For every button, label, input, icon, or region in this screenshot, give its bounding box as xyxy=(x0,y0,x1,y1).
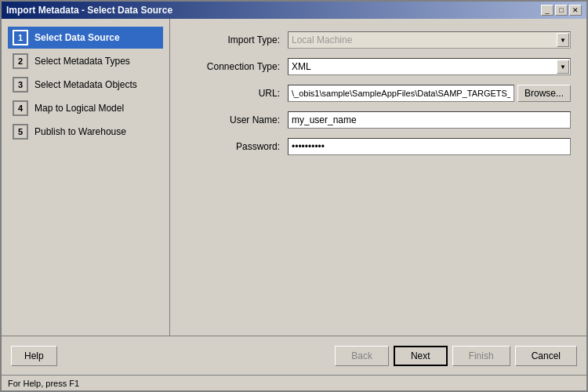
sidebar-item-select-metadata-types[interactable]: 2 Select Metadata Types xyxy=(8,50,163,72)
browse-button[interactable]: Browse... xyxy=(517,85,571,102)
password-control xyxy=(288,138,571,155)
main-panel: Import Type: Local Machine ▼ Connection … xyxy=(170,19,586,336)
sidebar-item-publish-to-warehouse[interactable]: 5 Publish to Warehouse xyxy=(8,121,163,143)
connection-type-select-wrapper: XML ▼ xyxy=(288,58,571,75)
username-control xyxy=(288,111,571,129)
finish-button[interactable]: Finish xyxy=(452,346,510,366)
step-number-1: 1 xyxy=(13,30,28,45)
username-label: User Name: xyxy=(186,114,288,125)
password-label: Password: xyxy=(186,141,288,152)
import-type-select-wrapper: Local Machine ▼ xyxy=(288,31,571,49)
status-bar: For Help, press F1 xyxy=(2,375,586,390)
step-label-5: Publish to Warehouse xyxy=(34,126,126,137)
connection-type-select[interactable]: XML xyxy=(288,58,571,75)
step-label-3: Select Metadata Objects xyxy=(34,79,137,90)
close-button[interactable]: ✕ xyxy=(569,5,582,16)
password-input[interactable] xyxy=(288,138,571,155)
step-label-1: Select Data Source xyxy=(34,32,120,43)
minimize-button[interactable]: _ xyxy=(541,5,554,16)
url-control: Browse... xyxy=(288,85,571,102)
url-label: URL: xyxy=(186,88,288,99)
nav-buttons: Back Next Finish Cancel xyxy=(335,346,577,366)
username-input[interactable] xyxy=(288,111,571,129)
restore-button[interactable]: □ xyxy=(555,5,568,16)
step-number-3: 3 xyxy=(13,77,28,93)
next-button[interactable]: Next xyxy=(394,346,448,366)
step-number-2: 2 xyxy=(13,53,28,69)
content-area: 1 Select Data Source 2 Select Metadata T… xyxy=(2,19,586,336)
sidebar-item-map-to-logical-model[interactable]: 4 Map to Logical Model xyxy=(8,97,163,119)
title-bar: Import Metadata - Select Data Source _ □… xyxy=(2,2,586,19)
import-type-label: Import Type: xyxy=(186,34,288,45)
cancel-button[interactable]: Cancel xyxy=(515,346,577,366)
step-label-2: Select Metadata Types xyxy=(34,56,130,67)
import-type-select[interactable]: Local Machine xyxy=(288,31,571,49)
url-row: URL: Browse... xyxy=(186,85,571,102)
title-bar-buttons: _ □ ✕ xyxy=(541,5,582,16)
help-button[interactable]: Help xyxy=(11,346,57,366)
connection-type-label: Connection Type: xyxy=(186,61,288,72)
connection-type-row: Connection Type: XML ▼ xyxy=(186,58,571,75)
username-row: User Name: xyxy=(186,111,571,129)
sidebar-item-select-data-source[interactable]: 1 Select Data Source xyxy=(8,27,163,49)
sidebar-item-select-metadata-objects[interactable]: 3 Select Metadata Objects xyxy=(8,74,163,96)
step-number-4: 4 xyxy=(13,100,28,116)
sidebar: 1 Select Data Source 2 Select Metadata T… xyxy=(2,19,170,336)
import-type-control: Local Machine ▼ xyxy=(288,31,571,49)
url-input[interactable] xyxy=(288,85,514,102)
window-title: Import Metadata - Select Data Source xyxy=(6,5,172,16)
main-window: Import Metadata - Select Data Source _ □… xyxy=(0,0,588,392)
step-label-4: Map to Logical Model xyxy=(34,103,124,114)
connection-type-control: XML ▼ xyxy=(288,58,571,75)
back-button[interactable]: Back xyxy=(335,346,389,366)
step-number-5: 5 xyxy=(13,124,28,140)
bottom-bar: Help Back Next Finish Cancel xyxy=(2,336,586,375)
password-row: Password: xyxy=(186,138,571,155)
import-type-row: Import Type: Local Machine ▼ xyxy=(186,31,571,49)
status-text: For Help, press F1 xyxy=(8,379,79,388)
